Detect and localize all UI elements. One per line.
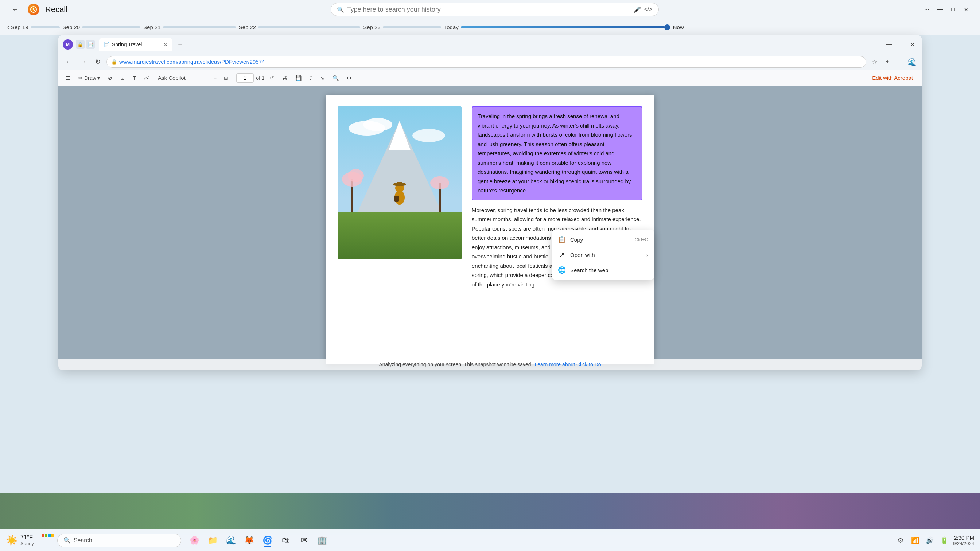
timeline-prev-button[interactable]: ‹ — [7, 23, 10, 31]
code-icon[interactable]: </> — [644, 6, 652, 13]
pdf-erase-button[interactable]: ⊘ — [105, 73, 115, 83]
svg-point-3 — [363, 118, 392, 131]
taskbar-edge-button[interactable]: 🌊 — [223, 533, 239, 548]
browser-titlebar: M 🔒 📑 📄 Spring Travel ✕ + — □ ✕ — [58, 35, 922, 54]
recall-dots-button[interactable]: ··· — [922, 5, 932, 14]
taskbar-widgets-button[interactable]: 🌸 — [187, 533, 202, 548]
browser-refresh-button[interactable]: ↻ — [92, 56, 103, 68]
taskbar-teams-button[interactable]: 🏢 — [315, 533, 330, 548]
timeline-now-label: Now — [673, 24, 684, 30]
favorites-button[interactable]: ☆ — [869, 57, 880, 67]
pdf-settings-button[interactable]: ⚙ — [344, 73, 355, 83]
recall-titlebar: ← Recall 🔍 🎤 </> ··· — □ ✕ — [0, 0, 980, 19]
pdf-page-number-input[interactable] — [236, 73, 254, 83]
browser-back-button[interactable]: ← — [63, 56, 75, 68]
pdf-text-button[interactable]: T — [130, 73, 139, 83]
taskbar-firefox-button[interactable]: 🦊 — [242, 533, 257, 548]
edit-with-acrobat-button[interactable]: Edit with Acrobat — [868, 73, 917, 83]
taskbar-mail-button[interactable]: ✉ — [296, 533, 312, 548]
browser-new-tab-button[interactable]: + — [175, 40, 185, 49]
pdf-tab-icon: 📄 — [103, 41, 110, 48]
pdf-menu-button[interactable]: ☰ — [63, 73, 73, 83]
browser-tab-close-button[interactable]: ✕ — [164, 42, 168, 48]
taskbar-browser-active-button[interactable]: 🌀 — [260, 533, 275, 548]
browser-ext-icon-2[interactable]: 📑 — [86, 40, 95, 49]
microphone-icon[interactable]: 🎤 — [634, 6, 641, 13]
pdf-print-button[interactable]: 🖨 — [279, 73, 290, 83]
pdf-fit-width-button[interactable]: ⊞ — [221, 73, 231, 83]
back-icon: ← — [12, 6, 19, 13]
security-lock-icon: 🔒 — [111, 59, 117, 65]
address-url-input[interactable] — [119, 59, 862, 65]
context-menu-open-with[interactable]: ↗ Open with › — [552, 247, 654, 262]
recall-back-button[interactable]: ← — [9, 3, 22, 16]
ask-copilot-button[interactable]: Ask Copilot — [153, 73, 190, 83]
recall-minimize-button[interactable]: — — [935, 5, 945, 14]
pdf-fit-page-button[interactable]: ⊡ — [118, 73, 127, 83]
recall-maximize-button[interactable]: □ — [948, 5, 958, 14]
taskbar-clock[interactable]: 2:30 PM 9/24/2024 — [953, 535, 974, 546]
timeline-sep23[interactable]: Sep 23 — [363, 24, 441, 30]
pdf-rotate-button[interactable]: ↺ — [267, 73, 277, 83]
svg-point-15 — [348, 169, 364, 182]
address-bar[interactable]: 🔒 — [107, 56, 866, 68]
pdf-font-button[interactable]: 𝒜 — [141, 73, 151, 83]
pdf-immersive-reader-button[interactable]: ⤡ — [317, 73, 328, 83]
timeline-today[interactable]: Today — [444, 24, 670, 30]
pdf-search-button[interactable]: 🔍 — [329, 73, 342, 83]
context-menu-copy[interactable]: 📋 Copy Ctrl+C — [552, 232, 654, 247]
taskbar-settings-button[interactable]: ⚙ — [895, 535, 906, 546]
browser-action-buttons: ☆ ✦ ··· 🌊 — [869, 57, 917, 67]
browser-tab-spring-travel[interactable]: 📄 Spring Travel ✕ — [99, 38, 172, 51]
start-button[interactable] — [41, 534, 54, 547]
browser-status-bar: Analyzing everything on your screen. Thi… — [58, 359, 922, 370]
highlighted-text-content: Traveling in the spring brings a fresh s… — [477, 113, 632, 194]
taskbar-volume-button[interactable]: 🔊 — [924, 535, 935, 546]
edge-icon[interactable]: 🌊 — [906, 57, 917, 67]
pdf-highlighted-paragraph[interactable]: Traveling in the spring brings a fresh s… — [472, 106, 643, 200]
recall-search-bar[interactable]: 🔍 🎤 </> — [331, 3, 659, 16]
pdf-zoom-out-button[interactable]: − — [200, 73, 209, 83]
browser-forward-button[interactable]: → — [77, 56, 89, 68]
taskbar-search-bar[interactable]: 🔍 Search — [57, 534, 181, 547]
recall-search-input[interactable] — [347, 6, 631, 13]
browser-maximize-button[interactable]: □ — [896, 40, 905, 49]
copilot-button[interactable]: ✦ — [881, 57, 892, 67]
taskbar-store-button[interactable]: 🛍 — [278, 533, 293, 548]
recall-close-button[interactable]: ✕ — [961, 5, 971, 14]
learn-more-link[interactable]: Learn more about Click to Do — [535, 362, 601, 367]
timeline-sep20[interactable]: Sep 20 — [63, 24, 141, 30]
pdf-save-button[interactable]: 💾 — [293, 73, 304, 83]
browser-close-button[interactable]: ✕ — [907, 40, 917, 49]
copy-label: Copy — [570, 237, 583, 243]
browser-minimize-button[interactable]: — — [884, 40, 894, 49]
search-web-icon: 🌐 — [558, 266, 566, 274]
taskbar-battery-button[interactable]: 🔋 — [939, 535, 950, 546]
copy-shortcut: Ctrl+C — [635, 237, 648, 242]
pdf-image-column — [337, 106, 461, 353]
browser-ext-icon-1[interactable]: 🔒 — [76, 40, 84, 49]
taskbar-files-button[interactable]: 📁 — [205, 533, 221, 548]
taskbar-network-button[interactable]: 📶 — [909, 535, 921, 546]
svg-point-17 — [430, 176, 449, 189]
svg-rect-12 — [395, 196, 399, 202]
weather-icon: ☀️ — [6, 535, 18, 546]
windows-logo-icon — [41, 534, 54, 547]
timeline-sep22[interactable]: Sep 22 — [239, 24, 361, 30]
pdf-share-button[interactable]: ⤴ — [307, 73, 315, 83]
timeline-sep21[interactable]: Sep 21 — [143, 24, 236, 30]
weather-temperature: 71°F — [21, 534, 33, 541]
pdf-zoom-in-button[interactable]: + — [211, 73, 220, 83]
browser-profile-avatar[interactable]: M — [63, 40, 73, 49]
timeline-today-bar — [461, 26, 665, 29]
browser-addressbar: ← → ↻ 🔒 ☆ ✦ ··· 🌊 — [58, 54, 922, 70]
pdf-toolbar: ☰ ✏ Draw ▾ ⊘ ⊡ T 𝒜 Ask Copilot − + ⊞ of … — [58, 70, 922, 86]
context-menu-search-web[interactable]: 🌐 Search the web — [552, 262, 654, 278]
pdf-draw-button[interactable]: ✏ Draw ▾ — [75, 73, 103, 83]
timeline-sep23-bar — [383, 26, 441, 29]
clock-time: 2:30 PM — [953, 535, 974, 541]
pdf-of-pages-label: of 1 — [256, 75, 264, 81]
browser-menu-button[interactable]: ··· — [894, 57, 905, 67]
timeline-now-dot — [664, 24, 670, 30]
timeline-sep19[interactable]: Sep 19 — [11, 24, 60, 30]
